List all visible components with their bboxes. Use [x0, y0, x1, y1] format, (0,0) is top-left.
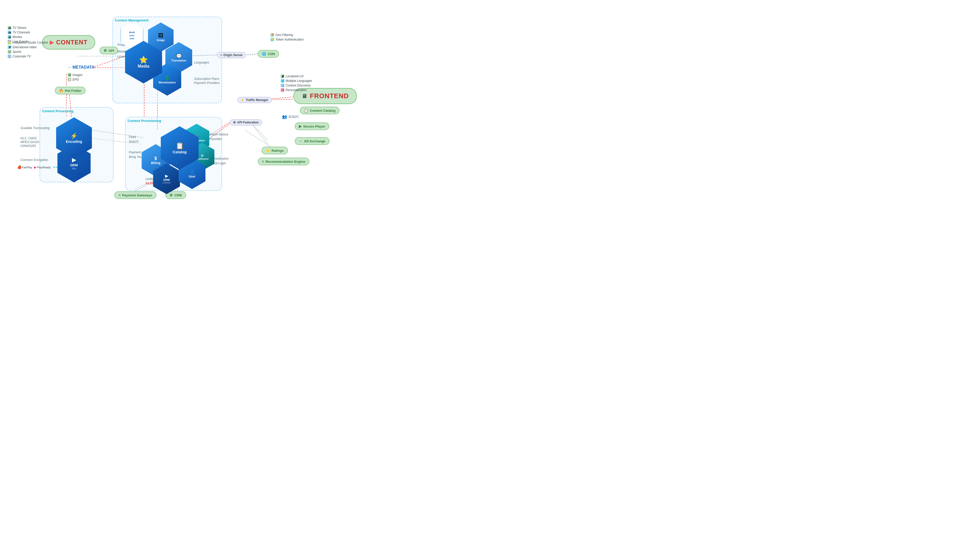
label-watch-history: Watch History	[209, 133, 228, 136]
diagram-container: Content Management Content Processing Co…	[0, 0, 368, 206]
b2b2c-label: 👥 B2B2C	[282, 114, 299, 119]
frontend-features: 📱Localized UX 🌐Multiple Languages 🔍Conte…	[281, 74, 312, 92]
label-languages: Languages	[194, 61, 209, 64]
metadata-items: 🖼Images 📋EPG	[68, 73, 83, 82]
cdn-features: 📍Geo-Filtering 🔑Token Authentication	[270, 33, 304, 42]
ad-exchange-badge: ↔ AD Exchange	[295, 137, 329, 145]
payment-gateways-badge: ≡ Payment Gateways	[115, 191, 156, 199]
hex-media: ⭐ Media	[125, 41, 162, 83]
label-mpeg-dash: MPEG-DASH,	[21, 140, 40, 144]
label-search: Search	[129, 140, 138, 143]
label-h264: H264/H265	[21, 144, 36, 148]
label-scalable-transcoding: Scalable Transcoding	[21, 126, 50, 130]
section-title-content-provisioning: Content Provisioning	[127, 119, 161, 123]
hot-folder-badge: 🔥 Hot Folder	[55, 87, 86, 94]
api-federation-badge: ⚙ API Federation	[230, 119, 262, 125]
section-title-content-processing: Content Processing	[42, 109, 73, 113]
content-items-2: ⭐Hollywood Studio Content 🎓Educational v…	[8, 40, 48, 59]
label-common-encryption: Common Encryption	[21, 158, 48, 162]
label-feed: Feed	[129, 135, 136, 139]
recommendation-engine-badge: ≡ Recommendation Engine	[258, 158, 309, 165]
label-payment-providers: Payment Providers	[194, 81, 220, 85]
ratings-badge: ⭐ Ratings	[262, 147, 288, 154]
label-subscription-plans: Subscription Plans	[194, 77, 219, 81]
api-badge: ⚙ API	[100, 47, 118, 54]
content-badge: ▶ CONTENT	[42, 35, 95, 49]
content-catalog-badge: 📋 Content Catalog	[300, 106, 339, 114]
section-title-content-management: Content Management	[115, 18, 148, 22]
origin-server-badge: ≡ Origin Server	[217, 52, 246, 58]
secure-player-badge: ▶ Secure Player	[295, 122, 329, 130]
label-favorites: Favorites	[209, 137, 222, 141]
hex-catalog: 📋 Catalog	[161, 126, 199, 170]
hex-encoding: ⚡ Encoding	[56, 118, 92, 159]
label-payment: Payment	[129, 151, 141, 154]
label-hls: HLS, CMAF,	[21, 137, 37, 140]
traffic-manager-badge: ⚡ Traffic Manager	[237, 97, 272, 103]
metadata-badge: ↔ METADATA	[68, 65, 94, 70]
cdn-badge: 🌐 CDN	[258, 50, 279, 58]
